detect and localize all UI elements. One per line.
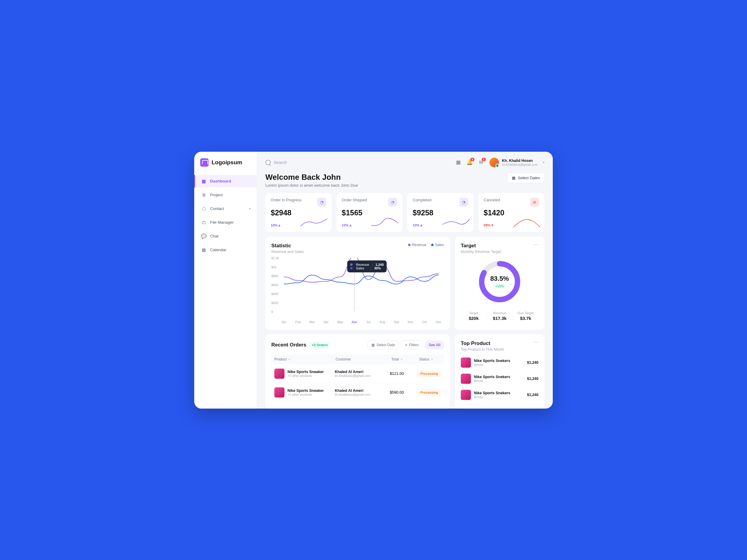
main: Search ▦ 🔔3 ✉2 Kh. Khalid Hosen kh.khali… xyxy=(257,152,553,408)
customer-email: kh.khaliduiux@gmail.com xyxy=(335,393,370,396)
stat-value: $9258 xyxy=(413,209,468,217)
column-total[interactable]: Total ▾ xyxy=(388,357,416,362)
page-title: Welcome Back John xyxy=(265,172,358,182)
product-name: Nike Sports Sneaker xyxy=(287,370,324,374)
order-total: $590.00 xyxy=(387,388,414,398)
sidebar-item-file-manager[interactable]: 🗀 File Manager xyxy=(194,216,257,229)
top-product-panel: ⋮ Top Product Top Product in This Month … xyxy=(455,335,544,408)
target-metric: Target$20k xyxy=(461,310,487,322)
sidebar-item-chat[interactable]: 💬 Chat xyxy=(194,230,257,242)
avatar xyxy=(489,158,499,167)
column-status[interactable]: Status ▾ xyxy=(416,357,444,362)
status-badge: Processing xyxy=(417,389,441,396)
brand[interactable]: Logoipsum xyxy=(194,152,257,172)
top-product-item[interactable]: Nike Sports SnekersMouse $1,240 xyxy=(461,387,538,403)
top-product-item[interactable]: Nike Sports SnekersMouse $1,240 xyxy=(461,354,538,371)
product-name: Nike Sports Snekers xyxy=(474,375,510,379)
notification-badge: 3 xyxy=(470,158,474,161)
stat-card[interactable]: Order In Progress ◔ $2948 10% ▴ xyxy=(265,193,332,232)
brand-name: Logoipsum xyxy=(211,159,242,166)
column-customer[interactable]: Customer xyxy=(333,357,388,362)
filter-icon: ≡ xyxy=(405,343,407,347)
product-image xyxy=(461,374,471,384)
chevron-down-icon: ▾ xyxy=(249,207,251,210)
user-menu[interactable]: Kh. Khalid Hosen kh.khaliduiux@gmail.com… xyxy=(489,158,544,167)
see-all-button[interactable]: See All xyxy=(425,341,444,349)
sidebar-item-contact[interactable]: ☖ Contact ▾ xyxy=(194,203,257,215)
statistic-panel: Statistic Revenue and Sales Revenue Sale… xyxy=(265,237,450,330)
more-button[interactable]: ⋮ xyxy=(533,242,539,247)
calendar-button[interactable]: ▦ xyxy=(455,159,461,165)
stat-card[interactable]: Canceled ⊘ $1420 09% ▾ xyxy=(479,193,545,232)
orders-badge: +2 Orders xyxy=(309,342,330,348)
sidebar-item-label: File Manager xyxy=(210,220,234,224)
sidebar-item-label: Dashboard xyxy=(210,179,231,183)
stat-label: Canceled xyxy=(484,198,500,202)
product-image xyxy=(461,390,471,400)
sidebar-item-calendar[interactable]: ▦ Calendar xyxy=(194,244,257,256)
table-header: Product ▾ Customer Total ▾ Status ▾ xyxy=(271,354,444,364)
target-metric: Revenue$17.3k xyxy=(487,310,513,322)
stat-card[interactable]: Order Shipped ◔ $1565 10% ▴ xyxy=(336,193,403,232)
calendar-icon: ▦ xyxy=(512,176,515,180)
product-sub: +2 other products xyxy=(287,393,324,396)
target-percent: 83.5% xyxy=(490,275,509,283)
topbar: Search ▦ 🔔3 ✉2 Kh. Khalid Hosen kh.khali… xyxy=(257,152,553,171)
stat-icon: ⊘ xyxy=(530,198,539,207)
sidebar: Logoipsum ▦ Dashboard 🗎 Project ☖ Contac… xyxy=(194,152,257,408)
contact-icon: ☖ xyxy=(201,206,206,211)
chart-tooltip: Revenue : 1,240 Sales : 30% xyxy=(347,261,387,272)
product-name: Nike Sports Sneaker xyxy=(287,389,324,393)
table-row[interactable]: Nike Sports Sneaker+2 other products Kha… xyxy=(271,364,444,383)
user-name: Kh. Khalid Hosen xyxy=(502,159,538,163)
sort-icon: ▾ xyxy=(401,357,403,362)
product-image xyxy=(274,369,284,379)
document-icon: 🗎 xyxy=(201,192,206,198)
top-product-item[interactable]: Nike Sports SnekersMouse $1,240 xyxy=(461,371,538,387)
stat-icon: ◔ xyxy=(317,198,326,207)
product-sub: +2 other products xyxy=(287,374,324,377)
column-product[interactable]: Product ▾ xyxy=(271,357,333,362)
nav: ▦ Dashboard 🗎 Project ☖ Contact ▾ 🗀 File… xyxy=(194,172,257,259)
target-delta: +10% xyxy=(494,284,506,289)
select-dates-button[interactable]: ▦ Select Dates xyxy=(507,172,544,183)
target-panel: ⋮ Target Monthly Revenue Target 83.5% +1… xyxy=(455,237,544,330)
table-row[interactable]: Nike Sports Sneaker+2 other products Kha… xyxy=(271,383,444,402)
grid-icon: ▦ xyxy=(201,179,206,184)
cart-icon xyxy=(200,158,209,167)
select-date-button[interactable]: ▦Select Date xyxy=(367,341,399,349)
mail-badge: 2 xyxy=(482,158,486,161)
more-button[interactable]: ⋮ xyxy=(533,340,539,345)
customer-email: kh.khaliduiux@gmail.com xyxy=(335,374,370,377)
bell-button[interactable]: 🔔3 xyxy=(467,159,473,165)
filters-button[interactable]: ≡Filters xyxy=(401,341,423,349)
target-metric: Due Target$3.7k xyxy=(512,310,538,322)
statistic-subtitle: Revenue and Sales xyxy=(271,250,304,254)
stat-card[interactable]: Completed ◔ $9258 10% ▴ xyxy=(407,193,473,232)
status-badge: Processing xyxy=(417,370,441,377)
statistic-chart: Revenue : 1,240 Sales : 30% $1.2k$1k$800… xyxy=(271,258,444,324)
product-image xyxy=(274,388,284,398)
mail-button[interactable]: ✉2 xyxy=(478,159,484,165)
product-image xyxy=(461,357,471,368)
sidebar-item-project[interactable]: 🗎 Project xyxy=(194,189,257,201)
page-subtitle: Lorem ipsum dolor si amet welcome back J… xyxy=(265,183,358,188)
top-product-subtitle: Top Product in This Month xyxy=(461,347,538,351)
customer-name: Khaled Al Ameri xyxy=(335,370,370,374)
user-email: kh.khaliduiux@gmail.com xyxy=(502,163,538,166)
chart-legend: Revenue Sales xyxy=(408,243,444,247)
sidebar-item-dashboard[interactable]: ▦ Dashboard xyxy=(194,175,257,188)
customer-name: Khaled Al Ameri xyxy=(335,389,370,393)
product-price: $1,240 xyxy=(527,361,538,365)
chevron-down-icon: ▾ xyxy=(543,161,544,164)
product-name: Nike Sports Snekers xyxy=(474,391,510,395)
search-input[interactable]: Search xyxy=(265,160,449,165)
orders-title: Recent Orders xyxy=(271,342,306,348)
stat-label: Order Shipped xyxy=(342,198,367,202)
calendar-icon: ▦ xyxy=(371,343,375,347)
chat-icon: 💬 xyxy=(201,234,206,239)
sort-icon: ▾ xyxy=(431,357,433,362)
product-price: $1,240 xyxy=(527,393,538,397)
folder-icon: 🗀 xyxy=(201,220,206,225)
sidebar-item-label: Contact xyxy=(210,206,224,211)
